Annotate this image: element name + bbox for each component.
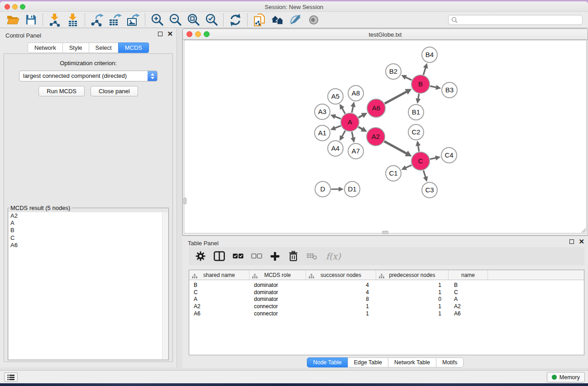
column-view-button[interactable] bbox=[214, 251, 225, 261]
node-A5[interactable]: A5 bbox=[328, 89, 343, 104]
node-D1[interactable]: D1 bbox=[344, 181, 360, 197]
refresh-layout-button[interactable] bbox=[226, 13, 244, 27]
close-panel-icon[interactable]: ✕ bbox=[167, 32, 173, 36]
birdseye-button[interactable] bbox=[305, 13, 323, 27]
settings-gear-button[interactable] bbox=[195, 251, 206, 262]
run-mcds-button[interactable]: Run MCDS bbox=[38, 86, 85, 96]
edge-B-B4[interactable] bbox=[423, 67, 425, 75]
resize-grip-icon[interactable] bbox=[580, 227, 586, 233]
tab-mcds[interactable]: MCDS bbox=[118, 43, 149, 53]
edge-A6-B[interactable] bbox=[385, 91, 407, 103]
edge-A-A5[interactable] bbox=[342, 108, 345, 114]
tab-motifs[interactable]: Motifs bbox=[436, 357, 464, 367]
export-table-button[interactable] bbox=[106, 13, 124, 27]
horizontal-scrollbar-thumb[interactable] bbox=[382, 231, 388, 234]
export-network-button[interactable] bbox=[88, 13, 106, 27]
node-C2[interactable]: C2 bbox=[408, 124, 424, 140]
save-session-button[interactable] bbox=[22, 13, 40, 27]
network-canvas[interactable]: AA1A2A3A4A5A6A7A8BB1B2B3B4CC1C2C3C4DD1 bbox=[184, 40, 587, 234]
task-history-button[interactable] bbox=[4, 372, 18, 382]
result-item[interactable]: A bbox=[9, 219, 168, 227]
column-header-mcds-role[interactable]: MCDS role bbox=[249, 270, 306, 280]
export-image-button[interactable] bbox=[124, 13, 142, 27]
tab-edge-table[interactable]: Edge Table bbox=[348, 357, 388, 367]
mcds-result-list[interactable]: A2ABCA6 bbox=[9, 212, 168, 359]
node-A2[interactable]: A2 bbox=[367, 128, 385, 146]
result-item[interactable]: C bbox=[9, 234, 168, 242]
edge-A-A3[interactable] bbox=[335, 116, 341, 119]
zoom-fit-button[interactable] bbox=[184, 13, 202, 27]
network-window-titlebar[interactable]: testGlobe.txt bbox=[183, 29, 588, 40]
float-panel-icon[interactable] bbox=[569, 239, 574, 244]
tab-select[interactable]: Select bbox=[89, 43, 119, 53]
result-item[interactable]: A6 bbox=[9, 242, 168, 249]
edge-A-A1[interactable] bbox=[335, 126, 341, 128]
hide-labels-button[interactable] bbox=[287, 13, 305, 27]
edge-C-C4[interactable] bbox=[430, 158, 436, 159]
edge-A-A2[interactable] bbox=[359, 127, 363, 129]
node-C3[interactable]: C3 bbox=[422, 182, 437, 198]
table-row[interactable]: A2connector11A2 bbox=[189, 303, 584, 310]
edge-A-A7[interactable] bbox=[352, 132, 353, 138]
result-item[interactable]: A2 bbox=[9, 212, 168, 219]
zoom-in-button[interactable] bbox=[148, 13, 166, 27]
select-all-button[interactable] bbox=[233, 253, 244, 259]
float-panel-icon[interactable] bbox=[158, 32, 163, 36]
add-column-button[interactable] bbox=[270, 251, 280, 262]
result-item[interactable]: B bbox=[9, 227, 168, 234]
zoom-out-button[interactable] bbox=[166, 13, 184, 27]
node-A3[interactable]: A3 bbox=[315, 104, 330, 119]
node-A6[interactable]: A6 bbox=[367, 99, 385, 117]
table-row[interactable]: A6connector11A6 bbox=[189, 310, 584, 318]
tab-network-table[interactable]: Network Table bbox=[388, 357, 436, 367]
node-A7[interactable]: A7 bbox=[348, 143, 363, 159]
close-panel-icon[interactable]: ✕ bbox=[578, 239, 584, 244]
tab-style[interactable]: Style bbox=[62, 43, 89, 53]
import-table-button[interactable] bbox=[64, 13, 82, 27]
node-D[interactable]: D bbox=[315, 181, 330, 197]
edge-A2-C[interactable] bbox=[384, 141, 407, 153]
column-header-successor-nodes[interactable]: successor nodes bbox=[306, 270, 376, 280]
node-A1[interactable]: A1 bbox=[315, 125, 330, 141]
deselect-all-button[interactable] bbox=[251, 253, 262, 259]
tab-network[interactable]: Network bbox=[28, 43, 63, 53]
import-network-button[interactable] bbox=[46, 13, 64, 27]
search-input[interactable] bbox=[448, 15, 583, 25]
edge-B-B3[interactable] bbox=[430, 86, 436, 87]
home-button[interactable] bbox=[268, 13, 287, 27]
node-B1[interactable]: B1 bbox=[408, 105, 424, 120]
open-file-button[interactable] bbox=[4, 13, 22, 27]
clone-network-button[interactable] bbox=[250, 13, 268, 27]
delete-column-button[interactable] bbox=[288, 251, 299, 262]
function-builder-icon[interactable]: f(x) bbox=[326, 251, 341, 261]
node-B3[interactable]: B3 bbox=[442, 82, 457, 98]
node-B[interactable]: B bbox=[411, 75, 430, 93]
edge-C-C3[interactable] bbox=[423, 171, 425, 177]
table-row[interactable]: Adominator80A bbox=[189, 296, 584, 303]
node-C[interactable]: C bbox=[411, 152, 430, 170]
edge-B-B2[interactable] bbox=[406, 77, 412, 80]
column-header-name[interactable]: name bbox=[449, 270, 488, 280]
edge-C-C2[interactable] bbox=[418, 145, 419, 152]
delete-table-button[interactable] bbox=[306, 252, 317, 260]
node-A8[interactable]: A8 bbox=[348, 86, 363, 101]
node-B2[interactable]: B2 bbox=[386, 64, 401, 79]
edge-A-A6[interactable] bbox=[359, 115, 363, 118]
node-B4[interactable]: B4 bbox=[422, 47, 437, 62]
table-row[interactable]: Bdominator41B bbox=[189, 282, 584, 289]
column-header-predecessor-nodes[interactable]: predecessor nodes bbox=[376, 270, 449, 280]
edge-B-B1[interactable] bbox=[418, 94, 419, 99]
zoom-selected-button[interactable] bbox=[202, 13, 220, 27]
vertical-scrollbar-thumb[interactable] bbox=[183, 198, 186, 204]
edge-C-C1[interactable] bbox=[406, 165, 412, 168]
tab-node-table[interactable]: Node Table bbox=[307, 357, 348, 367]
column-header-shared-name[interactable]: shared name bbox=[189, 270, 249, 280]
node-A4[interactable]: A4 bbox=[328, 141, 343, 156]
criterion-dropdown[interactable]: largest connected component (directed) bbox=[19, 71, 158, 81]
node-C4[interactable]: C4 bbox=[441, 148, 457, 163]
edge-A-A4[interactable] bbox=[342, 131, 345, 137]
memory-button[interactable]: Memory bbox=[547, 372, 585, 382]
table-row[interactable]: Cdominator41C bbox=[189, 289, 584, 296]
result-scrollbar[interactable] bbox=[162, 212, 168, 359]
close-panel-button[interactable]: Close panel bbox=[91, 86, 138, 96]
